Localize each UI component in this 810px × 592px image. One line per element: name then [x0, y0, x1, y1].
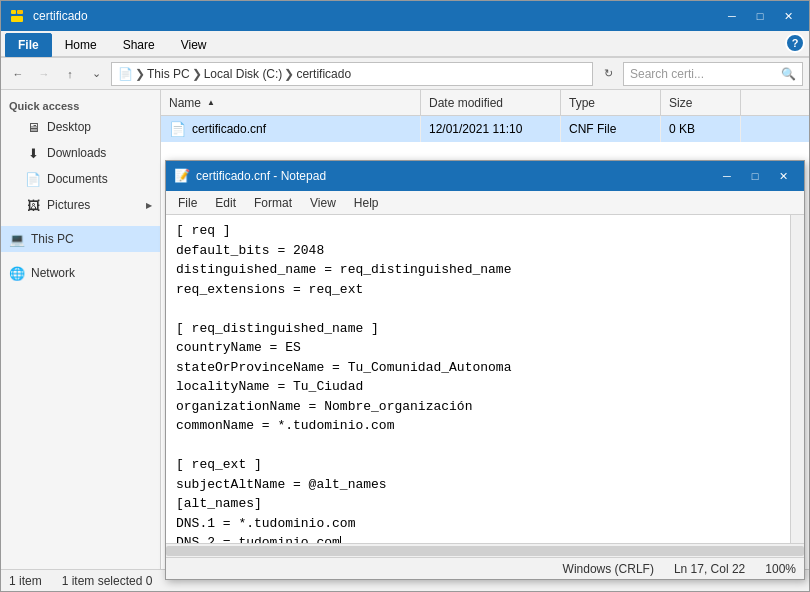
refresh-button[interactable]: ↻ [597, 63, 619, 85]
title-controls: ─ □ ✕ [719, 6, 801, 26]
sidebar-item-network[interactable]: 🌐 Network [1, 260, 160, 286]
app-icon [9, 8, 25, 24]
sidebar-item-thispc[interactable]: 💻 This PC [1, 226, 160, 252]
notepad-maximize-button[interactable]: □ [742, 166, 768, 186]
col-header-size[interactable]: Size [661, 90, 741, 115]
path-localdisk: Local Disk (C:) [204, 67, 283, 81]
sidebar-downloads-label: Downloads [47, 146, 106, 160]
file-name-cell: 📄 certificado.cnf [161, 116, 421, 142]
desktop-icon: 🖥 [25, 119, 41, 135]
text-cursor [340, 536, 341, 543]
notepad-minimize-button[interactable]: ─ [714, 166, 740, 186]
col-header-date[interactable]: Date modified [421, 90, 561, 115]
explorer-title-bar: certificado ─ □ ✕ [1, 1, 809, 31]
notepad-hscrollbar[interactable] [166, 543, 804, 557]
sidebar-item-desktop[interactable]: 🖥 Desktop [1, 114, 160, 140]
tab-view[interactable]: View [168, 33, 220, 57]
notepad-position: Ln 17, Col 22 [674, 562, 745, 576]
downloads-icon: ⬇ [25, 145, 41, 161]
search-icon: 🔍 [781, 67, 796, 81]
notepad-content-area[interactable]: [ req ] default_bits = 2048 distinguishe… [166, 215, 804, 543]
notepad-controls: ─ □ ✕ [714, 166, 796, 186]
address-bar: ← → ↑ ⌄ 📄 ❯ This PC ❯ Local Disk (C:) ❯ … [1, 58, 809, 90]
sidebar-item-downloads[interactable]: ⬇ Downloads [1, 140, 160, 166]
notepad-zoom: 100% [765, 562, 796, 576]
sidebar-item-pictures[interactable]: 🖼 Pictures ▶ [1, 192, 160, 218]
up-button[interactable]: ↑ [59, 63, 81, 85]
svg-rect-0 [11, 10, 16, 14]
menu-file[interactable]: File [170, 194, 205, 212]
sidebar-item-documents[interactable]: 📄 Documents [1, 166, 160, 192]
notepad-status-bar: Windows (CRLF) Ln 17, Col 22 100% [166, 557, 804, 579]
thispc-icon: 💻 [9, 231, 25, 247]
selected-info: 1 item selected 0 [62, 574, 153, 588]
notepad-title: certificado.cnf - Notepad [196, 169, 714, 183]
sidebar-network-label: Network [31, 266, 75, 280]
recent-button[interactable]: ⌄ [85, 63, 107, 85]
file-date-cell: 12/01/2021 11:10 [421, 116, 561, 142]
forward-button[interactable]: → [33, 63, 55, 85]
file-list-header: Name ▲ Date modified Type Size [161, 90, 809, 116]
address-path[interactable]: 📄 ❯ This PC ❯ Local Disk (C:) ❯ certific… [111, 62, 593, 86]
maximize-button[interactable]: □ [747, 6, 773, 26]
menu-view[interactable]: View [302, 194, 344, 212]
title-bar-icons [9, 8, 25, 24]
sidebar: Quick access 🖥 Desktop ⬇ Downloads 📄 Doc… [1, 90, 161, 569]
file-icon: 📄 [169, 121, 186, 137]
notepad-icon: 📝 [174, 168, 190, 184]
ribbon: File Home Share View ? [1, 31, 809, 58]
file-size-cell: 0 KB [661, 116, 741, 142]
menu-help[interactable]: Help [346, 194, 387, 212]
pictures-icon: 🖼 [25, 197, 41, 213]
sidebar-pictures-label: Pictures [47, 198, 90, 212]
col-header-type[interactable]: Type [561, 90, 661, 115]
path-thispc: 📄 [118, 67, 133, 81]
tab-home[interactable]: Home [52, 33, 110, 57]
quick-access-label: Quick access [1, 94, 160, 114]
close-button[interactable]: ✕ [775, 6, 801, 26]
sidebar-desktop-label: Desktop [47, 120, 91, 134]
help-button[interactable]: ? [785, 33, 805, 53]
network-icon: 🌐 [9, 265, 25, 281]
notepad-scrollbar[interactable] [790, 215, 804, 543]
menu-format[interactable]: Format [246, 194, 300, 212]
tab-share[interactable]: Share [110, 33, 168, 57]
file-date: 12/01/2021 11:10 [429, 122, 522, 136]
notepad-window: 📝 certificado.cnf - Notepad ─ □ ✕ File E… [165, 160, 805, 580]
minimize-button[interactable]: ─ [719, 6, 745, 26]
table-row[interactable]: 📄 certificado.cnf 12/01/2021 11:10 CNF F… [161, 116, 809, 142]
file-type-cell: CNF File [561, 116, 661, 142]
sidebar-documents-label: Documents [47, 172, 108, 186]
explorer-title: certificado [33, 9, 719, 23]
file-type: CNF File [569, 122, 616, 136]
col-header-name[interactable]: Name ▲ [161, 90, 421, 115]
back-button[interactable]: ← [7, 63, 29, 85]
svg-rect-1 [11, 16, 23, 22]
sidebar-thispc-label: This PC [31, 232, 74, 246]
notepad-close-button[interactable]: ✕ [770, 166, 796, 186]
menu-edit[interactable]: Edit [207, 194, 244, 212]
file-name: certificado.cnf [192, 122, 266, 136]
documents-icon: 📄 [25, 171, 41, 187]
svg-rect-2 [17, 10, 23, 14]
notepad-encoding: Windows (CRLF) [563, 562, 654, 576]
path-thispc-label: This PC [147, 67, 190, 81]
file-size: 0 KB [669, 122, 695, 136]
path-folder: certificado [296, 67, 351, 81]
notepad-text: [ req ] default_bits = 2048 distinguishe… [166, 215, 804, 543]
tab-file[interactable]: File [5, 33, 52, 57]
search-box[interactable]: 🔍 [623, 62, 803, 86]
search-input[interactable] [630, 67, 777, 81]
notepad-title-bar: 📝 certificado.cnf - Notepad ─ □ ✕ [166, 161, 804, 191]
expand-arrow: ▶ [146, 201, 152, 210]
notepad-menu-bar: File Edit Format View Help [166, 191, 804, 215]
items-count: 1 item [9, 574, 42, 588]
ribbon-tabs: File Home Share View ? [1, 31, 809, 57]
